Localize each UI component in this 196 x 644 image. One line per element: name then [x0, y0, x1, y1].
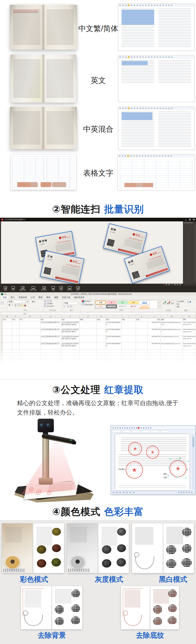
- style-chip-好[interactable]: 好: [117, 301, 128, 304]
- font-name-select[interactable]: 宋体▾: [8, 300, 25, 303]
- undo-icon[interactable]: [4, 293, 7, 295]
- word-scrollbar[interactable]: [192, 434, 194, 490]
- style-chip[interactable]: [151, 430, 160, 433]
- close-icon[interactable]: [193, 219, 195, 220]
- excel-tab-开始[interactable]: 开始: [1, 295, 9, 299]
- sort-filter-icon[interactable]: AZ: [188, 301, 191, 306]
- conditional-format-button[interactable]: 条件格式: [85, 300, 91, 302]
- font-color-icon[interactable]: A: [24, 304, 26, 306]
- styles-more-icon[interactable]: [158, 306, 160, 309]
- sample-label-table: 表格文字: [78, 168, 119, 178]
- style-chip[interactable]: [160, 430, 169, 433]
- zoom-out-icon[interactable]: [168, 284, 170, 285]
- align-left-icon[interactable]: [44, 303, 46, 305]
- align-top-icon[interactable]: [44, 300, 46, 302]
- styles-scroll-up-icon[interactable]: [158, 300, 160, 303]
- formula-input[interactable]: [27, 312, 195, 315]
- business-card-2[interactable]: 阳琳 产品经理 汉王Hanvon 北京汉王智远科技有限公司: [103, 223, 147, 257]
- cell: [61, 353, 80, 356]
- shrink-font-icon[interactable]: A: [34, 301, 35, 303]
- number-format-select[interactable]: 常规▾: [64, 302, 79, 305]
- cell: 北京市海淀区中关村软件园5号楼汉王大厦5层: [61, 343, 80, 350]
- merge-center-button[interactable]: 合并后居中: [47, 305, 54, 307]
- excel-tab-审阅[interactable]: 审阅: [44, 295, 52, 299]
- name-box[interactable]: [1, 312, 24, 315]
- format-cells-button[interactable]: 格式: [171, 300, 175, 309]
- app-tool-2[interactable]: 文件: [11, 286, 15, 291]
- app-tool-3[interactable]: 连续拍照: [19, 286, 26, 291]
- mini-stamp-icon: ★: [47, 490, 52, 495]
- style-chip-超链接[interactable]: 超链接: [139, 301, 150, 304]
- style-chip-适中[interactable]: 适中: [128, 301, 139, 304]
- app-tool-8[interactable]: 转PDF: [67, 286, 72, 291]
- app-tool-label: 连续拍照: [19, 289, 26, 291]
- app-tool-4[interactable]: 图片合成: [30, 286, 36, 291]
- comma-style-icon[interactable]: ,: [66, 306, 66, 308]
- selection-handles[interactable]: [170, 458, 171, 460]
- row-gutter: [0, 362, 3, 365]
- align-middle-icon[interactable]: [47, 300, 49, 302]
- app-tool-7[interactable]: OCR: [59, 286, 63, 291]
- format-as-table-button[interactable]: 套用表格格式: [85, 304, 94, 306]
- style-chip-解释性文本[interactable]: 解释性文本: [117, 305, 128, 308]
- underline-button[interactable]: U: [14, 304, 17, 306]
- app-tool-1[interactable]: 拍照: [4, 286, 7, 291]
- wrap-text-button[interactable]: 自动换行: [47, 303, 53, 305]
- fill-color-icon[interactable]: [21, 304, 23, 306]
- app-tool-6[interactable]: 录像: [51, 286, 55, 291]
- align-bottom-icon[interactable]: [50, 300, 52, 302]
- insert-cells-button[interactable]: 插入: [162, 300, 166, 309]
- clear-button[interactable]: 清除: [176, 305, 195, 308]
- delete-cells-button[interactable]: 删除: [166, 300, 170, 309]
- rotate-left-icon[interactable]: [177, 284, 178, 285]
- style-chip[interactable]: [131, 430, 140, 433]
- cell: [41, 362, 61, 365]
- card-footer-stripe: [55, 276, 78, 283]
- excel-tab-页面布局[interactable]: 页面布局: [17, 295, 29, 299]
- style-chip-计算[interactable]: 计算: [95, 305, 106, 308]
- fit-icon[interactable]: [166, 284, 167, 285]
- excel-tab-公式[interactable]: 公式: [29, 295, 37, 299]
- style-chip-检查单元格[interactable]: 检查单元格: [106, 305, 117, 308]
- borders-icon[interactable]: [18, 304, 20, 306]
- font-size-select[interactable]: 12▾: [26, 300, 32, 303]
- merge-center-icon[interactable]: [44, 305, 46, 307]
- excel-tab-插入[interactable]: 插入: [9, 295, 17, 299]
- excel-tab-开发工具[interactable]: 开发工具: [60, 295, 72, 299]
- rotate-right-icon[interactable]: [180, 284, 181, 285]
- app-tool-9[interactable]: 更多: [76, 286, 80, 291]
- excel-tab-视图[interactable]: 视图: [52, 295, 60, 299]
- style-chip-差[interactable]: 差: [106, 301, 117, 304]
- excel-tab-数据[interactable]: 数据: [37, 295, 44, 299]
- style-chip[interactable]: [141, 430, 150, 433]
- style-chip-警告文本[interactable]: 警告文本: [128, 305, 139, 308]
- style-chip-常规[interactable]: 常规: [95, 301, 106, 304]
- style-chip[interactable]: [112, 430, 121, 433]
- minimize-icon[interactable]: [185, 220, 187, 220]
- led-indicator: [70, 440, 72, 441]
- percent-style-icon[interactable]: %: [64, 306, 65, 308]
- table-row: 头衔学位部门单位地址邮编信箱电话宅电传真手机电邮网页: [0, 318, 196, 321]
- cell: [122, 359, 136, 362]
- record-icon[interactable]: [163, 284, 164, 285]
- zoom-in-icon[interactable]: [174, 284, 176, 285]
- style-chip[interactable]: [122, 430, 131, 433]
- autosum-button[interactable]: Σ 自动求和: [176, 300, 195, 303]
- excel-tab-福昕阅读器[interactable]: 福昕阅读器: [72, 295, 86, 299]
- decrease-decimal-icon[interactable]: [70, 306, 72, 308]
- increase-decimal-icon[interactable]: [67, 306, 69, 308]
- cell: [20, 335, 41, 343]
- app-tool-5[interactable]: 证件拼合: [41, 286, 47, 291]
- cell: [106, 350, 122, 353]
- styles-scroll-down-icon[interactable]: [158, 303, 160, 306]
- cell: [148, 350, 161, 353]
- paste-icon[interactable]: [1, 302, 3, 304]
- red-stamp-1[interactable]: ★: [128, 442, 142, 456]
- style-chip-链接单元格[interactable]: 链接单元格: [139, 305, 150, 308]
- grow-font-icon[interactable]: A: [32, 300, 34, 303]
- fill-button[interactable]: 填充: [176, 303, 195, 305]
- italic-button[interactable]: I: [11, 304, 14, 306]
- business-card-3[interactable]: 王琤 产品经理 汉王Hanvon 北京汉王智远科技有限公司: [40, 250, 84, 284]
- maximize-icon[interactable]: [189, 219, 191, 220]
- bold-button[interactable]: B: [8, 304, 11, 306]
